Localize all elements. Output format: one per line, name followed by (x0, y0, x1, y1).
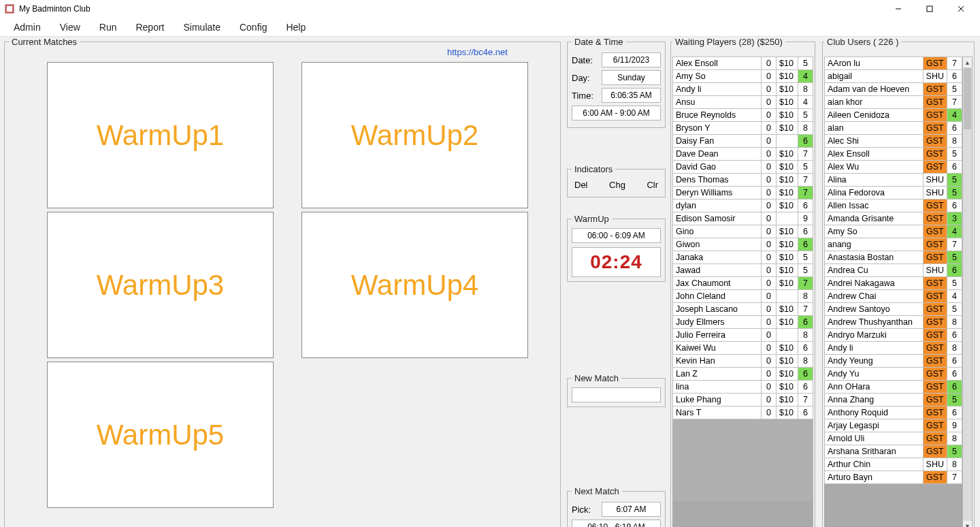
table-row[interactable]: Anastasia BostanGST5 (825, 251, 962, 264)
table-row[interactable]: dylan0$106 (673, 199, 813, 212)
court-4[interactable]: WarmUp4 (301, 212, 528, 358)
table-row[interactable]: aian khorGST7 (825, 96, 962, 109)
table-row[interactable]: Gino0$106 (673, 225, 813, 238)
col-fee: $10 (777, 109, 798, 122)
table-row[interactable]: anangGST7 (825, 238, 962, 251)
scroll-down-icon[interactable]: ▼ (963, 521, 972, 527)
menu-simulate[interactable]: Simulate (177, 19, 227, 35)
table-row[interactable]: Andy YuGST6 (825, 368, 962, 381)
table-row[interactable]: Andrew ThushyanthanGST8 (825, 316, 962, 329)
user-tag: SHU (923, 70, 947, 83)
menu-help[interactable]: Help (279, 19, 312, 35)
table-row[interactable]: Bryson Y0$108 (673, 122, 813, 135)
table-row[interactable]: abigailSHU6 (825, 70, 962, 83)
table-row[interactable]: Edison Samosir09 (673, 212, 813, 225)
table-row[interactable]: John Cleland08 (673, 290, 813, 303)
col-1: 0 (762, 381, 777, 394)
menu-config[interactable]: Config (233, 19, 274, 35)
table-row[interactable]: Arjay LegaspiGST9 (825, 419, 962, 432)
table-row[interactable]: alanGST6 (825, 122, 962, 135)
table-row[interactable]: Amy So0$104 (673, 70, 813, 83)
table-row[interactable]: Andy li0$108 (673, 83, 813, 96)
table-row[interactable]: Kaiwei Wu0$106 (673, 342, 813, 355)
table-row[interactable]: Bruce Reynolds0$105 (673, 109, 813, 122)
table-row[interactable]: Andy YeungGST6 (825, 355, 962, 368)
table-row[interactable]: AlinaSHU5 (825, 174, 962, 187)
svg-rect-3 (927, 6, 932, 12)
user-name: Adam van de Hoeven (825, 83, 924, 96)
table-row[interactable]: Andy liGST8 (825, 342, 962, 355)
table-row[interactable]: David Gao0$105 (673, 161, 813, 174)
new-match-input[interactable] (572, 387, 661, 402)
table-row[interactable]: Kevin Han0$108 (673, 355, 813, 368)
table-row[interactable]: Allen IssacGST6 (825, 199, 962, 212)
table-row[interactable]: Ansu0$104 (673, 96, 813, 109)
user-name: Arshana Sritharan (825, 445, 924, 458)
table-row[interactable]: Julio Ferreira08 (673, 329, 813, 342)
court-5[interactable]: WarmUp5 (47, 362, 274, 508)
col-fee: $10 (777, 70, 798, 83)
table-row[interactable]: Nars T0$106 (673, 406, 813, 419)
waiting-players-table[interactable]: Alex Ensoll0$105Amy So0$104Andy li0$108A… (672, 57, 813, 501)
table-row[interactable]: Arshana SritharanGST5 (825, 445, 962, 458)
menu-view[interactable]: View (53, 19, 87, 35)
table-row[interactable]: Dens Thomas0$107 (673, 174, 813, 187)
table-row[interactable]: Aileen CenidozaGST4 (825, 109, 962, 122)
table-row[interactable]: Arthur ChinSHU8 (825, 458, 962, 471)
table-row[interactable]: Dave Dean0$107 (673, 148, 813, 161)
table-row[interactable]: Ann OHaraGST6 (825, 381, 962, 394)
table-row[interactable]: Arturo BaynGST7 (825, 471, 962, 484)
table-row[interactable]: Arnold UliGST8 (825, 432, 962, 445)
col-1: 0 (762, 174, 777, 187)
table-row[interactable]: Alex EnsollGST5 (825, 148, 962, 161)
maximize-button[interactable] (915, 0, 945, 18)
table-row[interactable]: Deryn Williams0$107 (673, 187, 813, 199)
table-row[interactable]: Alex Ensoll0$105 (673, 57, 813, 70)
table-row[interactable]: lina0$106 (673, 381, 813, 394)
table-row[interactable]: Anna ZhangGST5 (825, 394, 962, 406)
table-row[interactable]: Amanda GrisanteGST3 (825, 212, 962, 225)
user-level: 6 (947, 329, 962, 342)
table-row[interactable]: Andrea CuSHU6 (825, 264, 962, 277)
table-row[interactable]: Daisy Fan06 (673, 135, 813, 148)
table-row[interactable]: Adam van de HoevenGST5 (825, 83, 962, 96)
minimize-button[interactable] (883, 0, 913, 18)
table-row[interactable]: Alina FedorovaSHU5 (825, 187, 962, 199)
table-row[interactable]: Alec ShiGST8 (825, 135, 962, 148)
menu-admin[interactable]: Admin (7, 19, 48, 35)
table-row[interactable]: Lan Z0$106 (673, 368, 813, 381)
table-row[interactable]: Joseph Lascano0$107 (673, 303, 813, 316)
scroll-thumb[interactable] (964, 68, 971, 129)
user-level: 7 (947, 96, 962, 109)
col-level: 5 (798, 264, 813, 277)
scroll-up-icon[interactable]: ▲ (963, 57, 972, 67)
table-row[interactable]: Andryo MarzukiGST6 (825, 329, 962, 342)
table-row[interactable]: Jawad0$105 (673, 264, 813, 277)
table-row[interactable]: Judy Ellmers0$106 (673, 316, 813, 329)
table-row[interactable]: Luke Phang0$107 (673, 394, 813, 406)
table-row[interactable]: Giwon0$106 (673, 238, 813, 251)
date-time-group: Date & Time Date:6/11/2023 Day:Sunday Ti… (567, 37, 666, 128)
menu-report[interactable]: Report (129, 19, 171, 35)
user-name: Anthony Roquid (825, 406, 924, 419)
club-users-scrollbar[interactable]: ▲ ▼ (962, 57, 973, 527)
user-level: 5 (947, 187, 962, 199)
table-row[interactable]: Jax Chaumont0$107 (673, 277, 813, 290)
club-users-table[interactable]: AAron luGST7abigailSHU6Adam van de Hoeve… (824, 57, 962, 484)
col-fee (777, 329, 798, 342)
table-row[interactable]: Amy SoGST4 (825, 225, 962, 238)
menu-run[interactable]: Run (93, 19, 124, 35)
table-row[interactable]: Anthony RoquidGST6 (825, 406, 962, 419)
user-level: 6 (947, 381, 962, 394)
court-2[interactable]: WarmUp2 (301, 62, 528, 208)
court-1[interactable]: WarmUp1 (47, 62, 274, 208)
court-3[interactable]: WarmUp3 (47, 212, 274, 358)
table-row[interactable]: Andrei NakagawaGST5 (825, 277, 962, 290)
table-row[interactable]: Andrew ChaiGST4 (825, 290, 962, 303)
table-row[interactable]: Alex WuGST6 (825, 161, 962, 174)
table-row[interactable]: Janaka0$105 (673, 251, 813, 264)
close-button[interactable] (946, 0, 976, 18)
date-time-legend: Date & Time (572, 37, 626, 47)
table-row[interactable]: Andrew SantoyoGST5 (825, 303, 962, 316)
table-row[interactable]: AAron luGST7 (825, 57, 962, 70)
